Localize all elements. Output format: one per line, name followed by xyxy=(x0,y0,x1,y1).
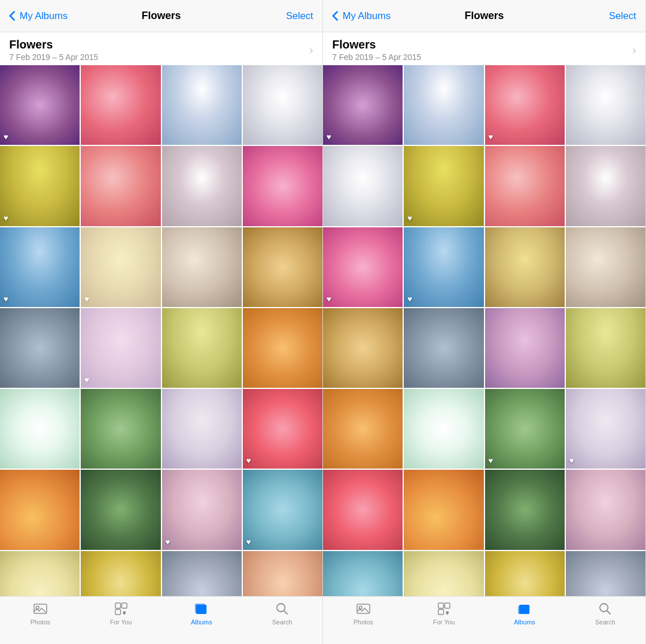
photo-thumbnail xyxy=(485,146,565,226)
photo-cell[interactable]: ♥ xyxy=(0,227,80,307)
photo-cell[interactable]: ♥ xyxy=(243,470,322,549)
foryou-icon-right xyxy=(437,601,452,616)
photo-cell[interactable] xyxy=(0,470,80,549)
svg-rect-13 xyxy=(438,609,444,615)
photo-thumbnail xyxy=(404,146,483,226)
photo-cell[interactable] xyxy=(0,389,80,469)
chevron-right-left[interactable]: › xyxy=(309,43,313,57)
photo-cell[interactable] xyxy=(404,308,483,388)
photo-thumbnail xyxy=(323,308,403,388)
photo-cell[interactable] xyxy=(566,227,645,307)
photo-cell[interactable] xyxy=(566,65,645,145)
photo-cell[interactable]: ♥ xyxy=(323,227,403,307)
photo-thumbnail xyxy=(566,470,645,549)
photo-cell[interactable] xyxy=(566,551,645,597)
tab-search-right[interactable]: Search xyxy=(565,601,645,626)
photo-cell[interactable] xyxy=(81,551,160,597)
photo-cell[interactable]: ♥ xyxy=(404,227,483,307)
photo-cell[interactable] xyxy=(485,308,565,388)
photo-cell[interactable] xyxy=(162,551,242,597)
photo-cell[interactable]: ♥ xyxy=(323,65,403,145)
photo-cell[interactable] xyxy=(323,470,403,549)
photo-cell[interactable] xyxy=(81,65,160,145)
photo-cell[interactable]: ♥ xyxy=(162,470,242,549)
photo-cell[interactable] xyxy=(162,308,242,388)
photo-cell[interactable] xyxy=(81,470,160,549)
photo-cell[interactable] xyxy=(243,65,322,145)
chevron-right-right[interactable]: › xyxy=(632,43,636,57)
tab-label-albums-right: Albums xyxy=(514,619,535,626)
photo-cell[interactable]: ♥ xyxy=(0,146,80,226)
photo-thumbnail xyxy=(566,308,645,388)
photo-thumbnail xyxy=(162,308,242,388)
photo-cell[interactable] xyxy=(404,65,483,145)
photo-cell[interactable]: ♥ xyxy=(566,389,645,469)
photo-cell[interactable]: ♥ xyxy=(485,65,565,145)
photo-cell[interactable] xyxy=(323,551,403,597)
photo-cell[interactable] xyxy=(162,389,242,469)
svg-rect-3 xyxy=(122,603,127,608)
photo-cell[interactable] xyxy=(81,146,160,226)
photo-cell[interactable] xyxy=(323,389,403,469)
heart-badge: ♥ xyxy=(166,537,170,546)
tab-label-foryou-left: For You xyxy=(110,619,132,626)
photo-grid-left[interactable]: ♥♥♥♥♥♥♥♥ xyxy=(0,65,322,596)
tab-photos-right[interactable]: Photos xyxy=(323,601,404,626)
photo-cell[interactable] xyxy=(81,389,160,469)
back-button-right[interactable]: My Albums xyxy=(332,10,390,22)
photo-thumbnail xyxy=(243,551,322,597)
photo-cell[interactable]: ♥ xyxy=(485,389,565,469)
photo-cell[interactable] xyxy=(404,551,483,597)
photo-cell[interactable] xyxy=(566,146,645,226)
photo-cell[interactable] xyxy=(162,146,242,226)
photo-thumbnail xyxy=(485,551,565,597)
photo-cell[interactable] xyxy=(566,308,645,388)
back-label-left: My Albums xyxy=(20,10,67,22)
tab-search-left[interactable]: Search xyxy=(242,601,322,626)
tab-photos-left[interactable]: Photos xyxy=(0,601,81,626)
photo-thumbnail xyxy=(81,551,160,597)
photo-thumbnail xyxy=(485,65,565,145)
grid-row: ♥ xyxy=(0,146,322,226)
heart-badge: ♥ xyxy=(3,132,8,141)
photo-cell[interactable] xyxy=(0,551,80,597)
tab-albums-right[interactable]: Albums xyxy=(484,601,565,626)
back-button-left[interactable]: My Albums xyxy=(9,10,67,22)
photo-thumbnail xyxy=(162,551,242,597)
photo-grid-right[interactable]: ♥♥♥♥♥♥♥ xyxy=(323,65,645,596)
photo-cell[interactable] xyxy=(162,227,242,307)
photo-thumbnail xyxy=(485,389,565,469)
photo-cell[interactable] xyxy=(485,470,565,549)
photo-cell[interactable]: ♥ xyxy=(243,389,322,469)
photo-thumbnail xyxy=(323,146,403,226)
photo-cell[interactable]: ♥ xyxy=(81,308,160,388)
svg-point-16 xyxy=(600,604,608,612)
grid-row: ♥♥ xyxy=(323,389,645,469)
photo-cell[interactable] xyxy=(485,227,565,307)
tab-foryou-right[interactable]: For You xyxy=(404,601,484,626)
select-button-left[interactable]: Select xyxy=(286,10,313,22)
photo-cell[interactable] xyxy=(485,146,565,226)
photo-cell[interactable] xyxy=(162,65,242,145)
photo-cell[interactable] xyxy=(485,551,565,597)
photo-thumbnail xyxy=(243,65,322,145)
tab-albums-left[interactable]: Albums xyxy=(162,601,242,626)
photo-cell[interactable] xyxy=(323,308,403,388)
photo-cell[interactable]: ♥ xyxy=(404,146,483,226)
tab-bar-left: Photos For You Albums Search xyxy=(0,596,322,644)
tab-foryou-left[interactable]: For You xyxy=(81,601,162,626)
photo-cell[interactable] xyxy=(243,227,322,307)
photo-cell[interactable] xyxy=(404,389,483,469)
photo-cell[interactable] xyxy=(243,551,322,597)
photo-cell[interactable] xyxy=(243,308,322,388)
photo-cell[interactable] xyxy=(323,146,403,226)
heart-badge: ♥ xyxy=(407,294,412,304)
photo-cell[interactable] xyxy=(566,470,645,549)
photo-cell[interactable] xyxy=(0,308,80,388)
select-button-right[interactable]: Select xyxy=(609,10,636,22)
heart-badge: ♥ xyxy=(326,294,331,304)
photo-cell[interactable]: ♥ xyxy=(81,227,160,307)
photo-cell[interactable] xyxy=(243,146,322,226)
photo-cell[interactable] xyxy=(404,470,483,549)
photo-cell[interactable]: ♥ xyxy=(0,65,80,145)
